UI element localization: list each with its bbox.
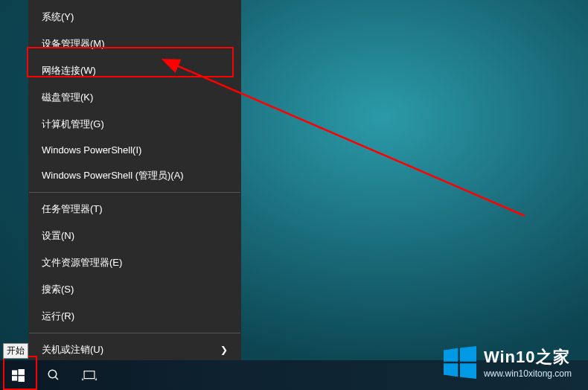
desktop-background: 系统(Y) 设备管理器(M) 网络连接(W) 磁盘管理(K) 计算机管理(G) …	[0, 0, 588, 390]
menu-label: 系统(Y)	[42, 10, 74, 24]
menu-item-disk-management[interactable]: 磁盘管理(K)	[28, 84, 241, 111]
svg-rect-6	[84, 371, 95, 379]
menu-item-settings[interactable]: 设置(N)	[28, 223, 241, 249]
search-icon	[47, 368, 60, 382]
menu-label: Windows PowerShell(I)	[42, 144, 141, 156]
menu-separator	[29, 333, 240, 333]
windows-logo-icon	[12, 369, 25, 382]
svg-marker-16	[460, 363, 476, 379]
windows-logo-icon	[444, 346, 476, 379]
menu-label: 搜索(S)	[42, 283, 74, 296]
winx-power-menu: 系统(Y) 设备管理器(M) 网络连接(W) 磁盘管理(K) 计算机管理(G) …	[28, 0, 241, 390]
menu-item-system[interactable]: 系统(Y)	[28, 1, 241, 31]
menu-separator	[29, 192, 240, 193]
task-view-button[interactable]	[71, 360, 107, 390]
svg-marker-14	[460, 346, 476, 362]
start-button[interactable]	[0, 360, 36, 390]
svg-rect-2	[12, 376, 17, 380]
menu-label: 文件资源管理器(E)	[42, 256, 122, 269]
start-tooltip: 开始	[3, 343, 28, 359]
menu-label: 设备管理器(M)	[42, 37, 105, 51]
svg-rect-3	[18, 376, 25, 382]
menu-label: 计算机管理(G)	[42, 118, 104, 131]
menu-label: 设置(N)	[42, 229, 74, 243]
task-view-icon	[82, 369, 97, 381]
menu-label: 运行(R)	[42, 310, 74, 323]
menu-label: 磁盘管理(K)	[42, 91, 93, 104]
menu-item-search[interactable]: 搜索(S)	[28, 276, 241, 303]
chevron-right-icon: ❯	[220, 345, 228, 355]
menu-item-run[interactable]: 运行(R)	[28, 303, 241, 330]
menu-label: 关机或注销(U)	[42, 343, 103, 357]
menu-item-task-manager[interactable]: 任务管理器(T)	[28, 196, 241, 223]
menu-item-network-connections[interactable]: 网络连接(W)	[28, 57, 241, 84]
watermark: Win10之家 www.win10xitong.com	[444, 346, 572, 379]
menu-item-file-explorer[interactable]: 文件资源管理器(E)	[28, 249, 241, 276]
menu-label: 网络连接(W)	[42, 64, 96, 77]
tooltip-label: 开始	[7, 345, 25, 356]
watermark-title: Win10之家	[484, 346, 572, 368]
svg-line-5	[55, 377, 58, 380]
svg-point-4	[48, 370, 57, 378]
search-button[interactable]	[36, 360, 71, 390]
svg-rect-1	[18, 369, 25, 375]
menu-item-shutdown-signout[interactable]: 关机或注销(U) ❯	[28, 336, 241, 363]
svg-marker-13	[444, 348, 458, 362]
menu-label: 任务管理器(T)	[42, 202, 103, 216]
svg-rect-0	[12, 370, 17, 374]
svg-marker-15	[444, 363, 458, 377]
menu-label: Windows PowerShell (管理员)(A)	[42, 169, 184, 182]
menu-item-computer-management[interactable]: 计算机管理(G)	[28, 111, 241, 138]
menu-item-powershell-admin[interactable]: Windows PowerShell (管理员)(A)	[28, 162, 241, 189]
watermark-url: www.win10xitong.com	[484, 368, 572, 379]
menu-item-device-manager[interactable]: 设备管理器(M)	[28, 31, 241, 57]
menu-item-powershell[interactable]: Windows PowerShell(I)	[28, 138, 241, 162]
